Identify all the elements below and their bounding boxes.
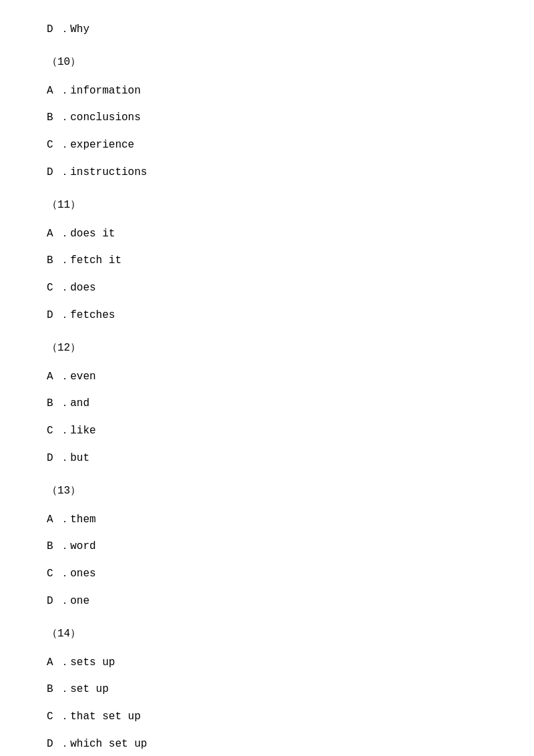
question-number: （12） bbox=[47, 339, 487, 358]
option-item: D ．instructions bbox=[47, 163, 487, 182]
spacer bbox=[47, 675, 487, 680]
spacer bbox=[47, 273, 487, 278]
option-item: A ．information bbox=[47, 81, 487, 101]
spacer bbox=[47, 328, 487, 333]
question-number: （10） bbox=[47, 53, 487, 72]
option-item: B ．and bbox=[47, 394, 487, 413]
option-item: A ．them bbox=[47, 510, 487, 530]
option-item: C ．does bbox=[47, 278, 487, 298]
spacer bbox=[47, 301, 487, 306]
option-item: C ．experience bbox=[47, 136, 487, 155]
spacer bbox=[47, 471, 487, 476]
option-item: A ．does it bbox=[47, 224, 487, 244]
spacer bbox=[47, 246, 487, 251]
option-item: C ．that set up bbox=[47, 707, 487, 727]
spacer bbox=[47, 158, 487, 163]
spacer bbox=[47, 42, 487, 47]
spacer bbox=[47, 702, 487, 707]
spacer bbox=[47, 416, 487, 421]
option-item: C ．ones bbox=[47, 564, 487, 584]
option-item: D ．but bbox=[47, 449, 487, 468]
spacer bbox=[47, 559, 487, 564]
spacer bbox=[47, 505, 487, 510]
option-item: B ．fetch it bbox=[47, 251, 487, 270]
main-content: D ．Why（10）A ．informationB ．conclusionsC … bbox=[0, 0, 534, 756]
option-item: B ．word bbox=[47, 537, 487, 556]
spacer bbox=[47, 729, 487, 735]
spacer bbox=[47, 532, 487, 537]
option-item: C ．like bbox=[47, 421, 487, 441]
option-item: A ．sets up bbox=[47, 653, 487, 673]
option-item: D ．one bbox=[47, 592, 487, 611]
question-number: （14） bbox=[47, 624, 487, 644]
spacer bbox=[47, 362, 487, 367]
spacer bbox=[47, 103, 487, 108]
spacer bbox=[47, 586, 487, 592]
option-item: D ．fetches bbox=[47, 306, 487, 325]
spacer bbox=[47, 614, 487, 619]
option-item: D ．Why bbox=[47, 20, 487, 39]
spacer bbox=[47, 648, 487, 653]
spacer bbox=[47, 76, 487, 81]
question-number: （11） bbox=[47, 196, 487, 215]
spacer bbox=[47, 443, 487, 449]
option-item: D ．which set up bbox=[47, 735, 487, 754]
spacer bbox=[47, 130, 487, 136]
option-item: B ．set up bbox=[47, 680, 487, 699]
spacer bbox=[47, 185, 487, 190]
option-item: B ．conclusions bbox=[47, 108, 487, 128]
question-number: （13） bbox=[47, 482, 487, 501]
option-item: A ．even bbox=[47, 367, 487, 387]
spacer bbox=[47, 389, 487, 394]
spacer bbox=[47, 219, 487, 224]
